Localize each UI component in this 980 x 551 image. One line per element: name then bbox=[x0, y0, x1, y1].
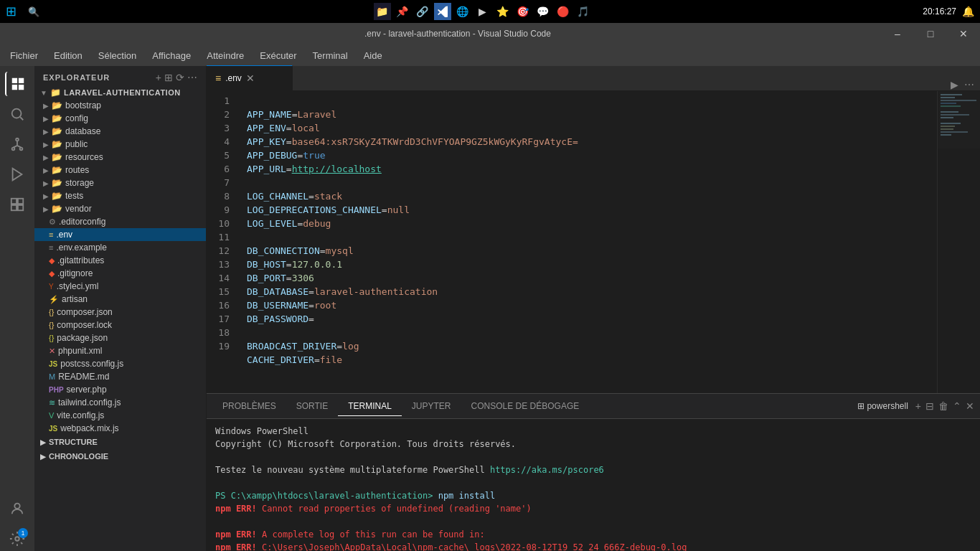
sidebar-new-file-icon[interactable]: + bbox=[156, 72, 161, 83]
root-arrow-icon: ▼ bbox=[40, 89, 47, 97]
tree-file-gitignore[interactable]: ◆ .gitignore bbox=[34, 267, 206, 280]
taskbar-app-discord[interactable]: 💬 bbox=[534, 3, 552, 20]
code-line-7: LOG_CHANNEL=stack bbox=[247, 191, 342, 202]
tree-file-webpack[interactable]: JS webpack.mix.js bbox=[34, 422, 206, 435]
composer-lock-name: composer.lock bbox=[57, 320, 112, 330]
activity-source-control[interactable] bbox=[5, 132, 29, 156]
tree-folder-config[interactable]: ▶ 📂 config bbox=[34, 112, 206, 125]
taskbar-app-pin[interactable]: 📌 bbox=[394, 3, 411, 20]
taskbar-app-game[interactable]: 🎯 bbox=[514, 3, 532, 20]
code-line-15: DB_USERNAME=root bbox=[247, 300, 336, 311]
artisan-icon: ⚡ bbox=[49, 295, 59, 304]
tree-file-postcss[interactable]: JS postcss.config.js bbox=[34, 357, 206, 370]
tab-sortie[interactable]: SORTIE bbox=[286, 397, 338, 416]
terminal-kill-icon[interactable]: 🗑 bbox=[938, 400, 948, 412]
taskbar-app-media[interactable]: ▶ bbox=[474, 3, 491, 20]
menu-terminal[interactable]: Terminal bbox=[306, 47, 355, 64]
taskbar-app-star[interactable]: ⭐ bbox=[494, 3, 512, 20]
code-line-16: DB_PASSWORD= bbox=[247, 314, 314, 324]
terminal-close-icon[interactable]: ✕ bbox=[966, 400, 974, 412]
sidebar-section-structure[interactable]: ▶ STRUCTURE bbox=[34, 435, 206, 449]
taskbar-notification[interactable]: 🔔 bbox=[962, 6, 974, 17]
err-label1: npm ERR! bbox=[215, 504, 257, 514]
win-logo-icon[interactable]: ⊞ bbox=[6, 4, 17, 19]
tab-env[interactable]: ≡ .env ✕ bbox=[207, 65, 293, 90]
tab-problemes[interactable]: PROBLÈMES bbox=[212, 397, 286, 416]
tree-root-folder[interactable]: ▼ 📁 LARAVEL-AUTHENTICATION bbox=[34, 86, 206, 99]
taskbar-app-obs[interactable]: 🔴 bbox=[555, 3, 572, 20]
terminal-split-icon[interactable]: ⊟ bbox=[925, 400, 934, 412]
folder-arrow-icon: ▶ bbox=[43, 166, 49, 174]
env-icon: ≡ bbox=[49, 230, 53, 239]
tree-file-composer-lock[interactable]: {} composer.lock bbox=[34, 319, 206, 331]
pscore-link[interactable]: https://aka.ms/pscore6 bbox=[490, 465, 604, 475]
taskbar-app-vscode[interactable] bbox=[434, 3, 451, 20]
tree-folder-tests[interactable]: ▶ 📂 tests bbox=[34, 189, 206, 202]
code-line-10 bbox=[247, 232, 253, 242]
taskbar-search[interactable]: 🔍 bbox=[25, 3, 42, 20]
tree-file-phpunit[interactable]: ✕ phpunit.xml bbox=[34, 344, 206, 357]
minimize-button[interactable]: – bbox=[881, 23, 914, 44]
menu-selection[interactable]: Sélection bbox=[91, 47, 143, 64]
menu-edition[interactable]: Edition bbox=[47, 47, 90, 64]
tab-console-debogage[interactable]: CONSOLE DE DÉBOGAGE bbox=[461, 397, 590, 416]
tree-folder-public[interactable]: ▶ 📂 public bbox=[34, 138, 206, 151]
sidebar-section-chronologie[interactable]: ▶ CHRONOLOGIE bbox=[34, 449, 206, 463]
activity-settings[interactable]: 1 bbox=[5, 527, 29, 551]
taskbar-app-browser[interactable]: 🌐 bbox=[454, 3, 471, 20]
tree-file-env-example[interactable]: ≡ .env.example bbox=[34, 241, 206, 254]
taskbar-app-music[interactable]: 🎵 bbox=[575, 3, 592, 20]
root-folder-name: LARAVEL-AUTHENTICATION bbox=[64, 88, 181, 97]
terminal-add-icon[interactable]: + bbox=[915, 400, 921, 412]
sidebar-new-folder-icon[interactable]: ⊞ bbox=[164, 72, 173, 83]
menu-aide[interactable]: Aide bbox=[357, 47, 390, 64]
activity-explorer[interactable] bbox=[5, 72, 29, 96]
run-icon[interactable]: ▶ bbox=[951, 79, 958, 90]
tree-file-artisan[interactable]: ⚡ artisan bbox=[34, 293, 206, 306]
menu-atteindre[interactable]: Atteindre bbox=[199, 47, 251, 64]
tree-file-server[interactable]: PHP server.php bbox=[34, 383, 206, 396]
menu-fichier[interactable]: Fichier bbox=[3, 47, 45, 64]
activity-search[interactable] bbox=[5, 102, 29, 126]
sidebar-collapse-icon[interactable]: ⋯ bbox=[187, 72, 197, 83]
tree-file-readme[interactable]: M README.md bbox=[34, 370, 206, 383]
code-line-14: DB_DATABASE=laravel-authentication bbox=[247, 286, 438, 297]
tree-folder-vendor[interactable]: ▶ 📂 vendor bbox=[34, 202, 206, 215]
tree-file-env[interactable]: ≡ .env bbox=[34, 228, 206, 241]
code-area[interactable]: APP_NAME=Laravel APP_ENV=local APP_KEY=b… bbox=[235, 91, 937, 393]
more-actions-icon[interactable]: ⋯ bbox=[964, 79, 974, 90]
tree-folder-resources[interactable]: ▶ 📂 resources bbox=[34, 151, 206, 164]
activity-account[interactable] bbox=[5, 496, 29, 521]
terminal-maximize-icon[interactable]: ⌃ bbox=[953, 400, 961, 412]
code-line-18: BROADCAST_DRIVER=log bbox=[247, 341, 359, 352]
tree-file-editorconfig[interactable]: ⚙ .editorconfig bbox=[34, 215, 206, 228]
tab-terminal[interactable]: TERMINAL bbox=[338, 397, 402, 416]
tree-file-styleci[interactable]: Y .styleci.yml bbox=[34, 280, 206, 293]
tree-file-gitattributes[interactable]: ◆ .gitattributes bbox=[34, 254, 206, 267]
tree-folder-bootstrap[interactable]: ▶ 📂 bootstrap bbox=[34, 99, 206, 112]
tree-folder-storage[interactable]: ▶ 📂 storage bbox=[34, 176, 206, 189]
postcss-icon: JS bbox=[49, 360, 57, 368]
tree-file-package-json[interactable]: {} package.json bbox=[34, 331, 206, 344]
tree-file-tailwind[interactable]: ≋ tailwind.config.js bbox=[34, 396, 206, 409]
tree-file-composer-json[interactable]: {} composer.json bbox=[34, 306, 206, 319]
tab-jupyter[interactable]: JUPYTER bbox=[402, 397, 461, 416]
taskbar-app-link[interactable]: 🔗 bbox=[414, 3, 431, 20]
taskbar-app-files[interactable]: 📁 bbox=[374, 3, 391, 20]
activity-debug[interactable] bbox=[5, 162, 29, 187]
tab-env-close-icon[interactable]: ✕ bbox=[246, 73, 255, 83]
menu-executer[interactable]: Exécuter bbox=[253, 47, 303, 64]
tree-folder-database[interactable]: ▶ 📂 database bbox=[34, 125, 206, 138]
activity-extensions[interactable] bbox=[5, 192, 29, 217]
folder-routes-name: routes bbox=[65, 165, 89, 175]
readme-icon: M bbox=[49, 372, 55, 381]
taskbar-time: 20:16:27 bbox=[923, 6, 956, 17]
maximize-button[interactable]: □ bbox=[914, 23, 947, 44]
editor-content[interactable]: 12345 678910 1112131415 16171819 APP_NAM… bbox=[207, 91, 980, 393]
tree-folder-routes[interactable]: ▶ 📂 routes bbox=[34, 164, 206, 176]
menu-affichage[interactable]: Affichage bbox=[145, 47, 198, 64]
terminal-content[interactable]: Windows PowerShell Copyright (C) Microso… bbox=[207, 419, 980, 551]
close-button[interactable]: ✕ bbox=[947, 23, 980, 44]
tree-file-vite[interactable]: V vite.config.js bbox=[34, 409, 206, 422]
sidebar-refresh-icon[interactable]: ⟳ bbox=[176, 72, 184, 83]
